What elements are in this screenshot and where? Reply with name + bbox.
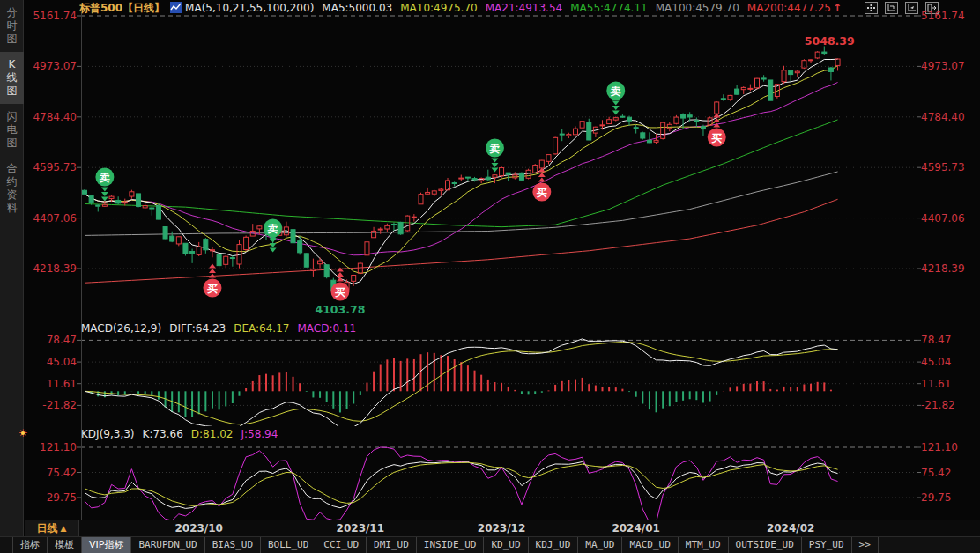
macd-dea-value: DEA:64.17 (234, 322, 289, 335)
gridlines (77, 12, 921, 520)
svg-text:卖: 卖 (610, 85, 621, 98)
svg-text:买: 买 (335, 286, 345, 299)
kdj-panel (85, 447, 838, 522)
price-axis-label: 45.04 (921, 357, 976, 367)
scale-axis-tool-icon[interactable] (885, 2, 898, 14)
price-axis-label: -21.82 (25, 400, 77, 410)
chart-canvas[interactable]: 卖买卖买卖买卖买5048.394103.78 (0, 0, 980, 536)
date-axis-label: 2023/11 (336, 522, 385, 535)
price-axis-label: 78.47 (921, 335, 976, 345)
svg-text:卖: 卖 (267, 223, 278, 235)
tab-kdj_ud[interactable]: KDJ_UD (529, 537, 579, 553)
tab-[interactable]: >> (852, 537, 879, 553)
period-selector-button[interactable]: 日线▲ (25, 520, 79, 536)
price-axis-label: 29.75 (25, 492, 77, 503)
macd-title: MACD(26,12,9) (81, 322, 161, 335)
macd-panel (85, 339, 838, 430)
dropdown-up-arrow-icon: ▲ (61, 524, 67, 533)
date-axis-label: 2023/12 (477, 522, 526, 535)
main-price-panel (83, 46, 841, 299)
svg-text:卖: 卖 (99, 172, 110, 184)
tab-psy_ud[interactable]: PSY_UD (802, 537, 852, 553)
ma-header-value: MA21:4913.54 (486, 2, 563, 14)
date-axis-bar: 日线▲ 2023/102023/112023/122024/012024/02 (25, 520, 980, 536)
price-axis-label: 45.04 (25, 357, 77, 367)
trading-app-window: 分时图 K线图 闪电图 合约资料 卖买卖买卖买卖买5048.394103.78 … (0, 0, 980, 553)
tab-ma_ud[interactable]: MA_UD (578, 537, 622, 553)
tab-barupdn_ud[interactable]: BARUPDN_UD (131, 537, 204, 553)
trend-up-arrow-icon: ↑ (833, 2, 842, 14)
move-tool-icon[interactable] (865, 2, 878, 14)
pan-axis-tool-icon[interactable] (905, 2, 918, 14)
kdj-d-value: D:81.02 (191, 428, 234, 440)
ma-header-value: MA200:4477.25 (747, 2, 831, 14)
date-axis-label: 2024/01 (612, 522, 661, 535)
macd-panel-header: MACD(26,12,9)DIFF:64.23DEA:64.17MACD:0.1… (81, 323, 364, 335)
price-axis-label: 4218.39 (25, 263, 77, 274)
price-axis-label: -21.82 (921, 400, 976, 410)
tab-dmi_ud[interactable]: DMI_UD (367, 537, 417, 553)
macd-diff-value: DIFF:64.23 (169, 322, 226, 335)
svg-text:买: 买 (537, 187, 547, 199)
price-axis-label: 4407.06 (921, 213, 976, 224)
price-axis-label: 11.61 (25, 379, 77, 389)
kdj-panel-header: KDJ(9,3,3)K:73.66D:81.02J:58.94 (81, 429, 286, 440)
kdj-title: KDJ(9,3,3) (81, 428, 135, 440)
tab-macd_ud[interactable]: MACD_UD (622, 537, 678, 553)
high-price-label: 5048.39 (805, 34, 855, 48)
tab-kd_ud[interactable]: KD_UD (484, 537, 528, 553)
kdj-j-value: J:58.94 (241, 428, 278, 440)
svg-text:买: 买 (711, 132, 722, 144)
trade-signals: 卖买卖买卖买卖买 (95, 82, 725, 301)
price-axis-label: 11.61 (921, 379, 976, 389)
price-axis-label: 121.10 (921, 442, 976, 453)
kdj-k-value: K:73.66 (143, 428, 183, 440)
tab-outside_ud[interactable]: OUTSIDE_UD (729, 537, 802, 553)
sell-signal-marker: 卖 (606, 82, 625, 115)
ma-header-value: MA10:4975.70 (400, 2, 478, 14)
symbol-name: 标普500 (79, 2, 122, 14)
price-axis-label: 4218.39 (921, 263, 976, 274)
price-axis-label: 4784.40 (921, 112, 976, 122)
low-price-label: 4103.78 (315, 303, 365, 316)
period-label: 【日线】 (122, 2, 165, 14)
macd-value: MACD:0.11 (297, 322, 356, 335)
price-axis-label: 121.10 (25, 442, 77, 453)
price-axis-label: 4595.73 (25, 162, 77, 173)
price-axis-label: 75.42 (25, 468, 77, 478)
price-axis-label: 5161.74 (25, 11, 77, 21)
chart-header: 标普500【日线】MA(5,10,21,55,100,200)MA5:5000.… (79, 1, 842, 15)
price-axis-label: 4973.07 (25, 61, 77, 71)
tab-vip指标[interactable]: VIP指标 (82, 537, 131, 553)
tab-inside_ud[interactable]: INSIDE_UD (417, 537, 485, 553)
price-axis-label: 4784.40 (25, 112, 77, 122)
indicator-tab-bar: 指标模板VIP指标BARUPDN_UDBIAS_UDBOLL_UDCCI_UDD… (0, 536, 980, 553)
price-axis-label: 29.75 (921, 492, 976, 503)
ma-values: MA5:5000.03MA10:4975.70MA21:4913.54MA55:… (314, 2, 831, 14)
svg-text:买: 买 (207, 283, 218, 295)
tab-模板[interactable]: 模板 (48, 537, 82, 553)
price-axis-label: 5161.74 (921, 11, 976, 21)
ma-header-value: MA100:4579.70 (656, 2, 739, 14)
svg-text:卖: 卖 (488, 143, 500, 155)
period-selector-label: 日线 (37, 522, 58, 535)
kdj-starburst-icon[interactable]: ✳ (17, 427, 29, 439)
tab-指标[interactable]: 指标 (12, 537, 48, 553)
price-axis-label: 78.47 (25, 335, 77, 345)
price-axis-label: 4407.06 (25, 213, 77, 224)
ma-header-value: MA5:5000.03 (322, 2, 392, 14)
ma-settings: MA(5,10,21,55,100,200) (185, 2, 314, 14)
tab-cci_ud[interactable]: CCI_UD (316, 537, 367, 553)
tab-mtm_ud[interactable]: MTM_UD (679, 537, 729, 553)
tab-boll_ud[interactable]: BOLL_UD (261, 537, 316, 553)
ma-header-value: MA55:4774.11 (570, 2, 648, 14)
price-axis-label: 4595.73 (921, 162, 976, 173)
line-chart-icon (170, 2, 182, 17)
price-axis-label: 75.42 (921, 468, 976, 478)
date-axis-label: 2023/10 (174, 522, 224, 535)
date-axis-label: 2024/02 (766, 522, 815, 535)
price-axis-label: 4973.07 (921, 61, 976, 71)
tab-bias_ud[interactable]: BIAS_UD (205, 537, 261, 553)
